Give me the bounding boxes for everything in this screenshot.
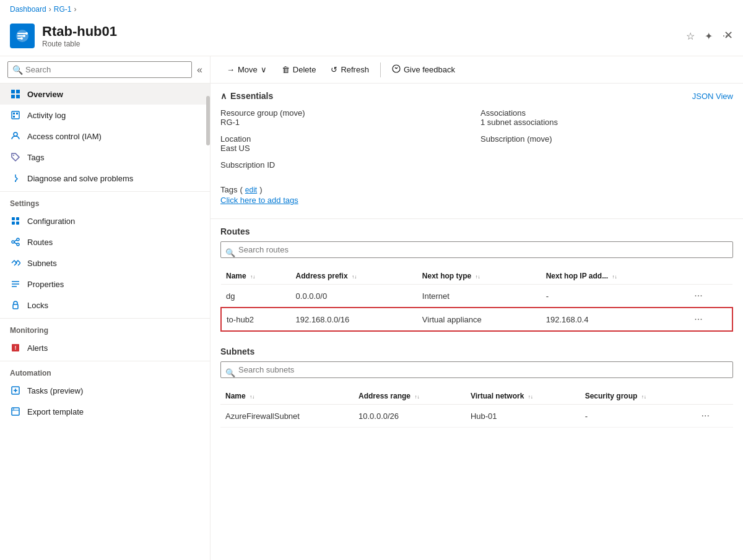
- route-menu-dg[interactable]: ···: [690, 289, 706, 303]
- move-subscription-link[interactable]: move: [529, 134, 549, 144]
- svg-rect-10: [16, 113, 18, 114]
- svg-point-21: [17, 243, 19, 246]
- breadcrumb-dashboard[interactable]: Dashboard: [10, 5, 46, 14]
- sidebar-item-diagnose[interactable]: Diagnose and solve problems: [0, 168, 210, 189]
- refresh-button[interactable]: ↺ Refresh: [324, 62, 375, 77]
- svg-point-2: [23, 35, 25, 37]
- delete-button[interactable]: 🗑 Delete: [276, 62, 323, 77]
- routes-col-hop-ip[interactable]: Next hop IP add... ↑↓: [541, 268, 686, 285]
- route-name-dg: dg: [221, 285, 291, 308]
- routes-search-input[interactable]: [220, 241, 733, 258]
- subnets-section: Subnets 🔍 Name ↑↓ Address range ↑↓: [211, 339, 743, 435]
- svg-rect-18: [16, 222, 19, 225]
- svg-line-38: [396, 67, 398, 69]
- svg-rect-8: [12, 111, 19, 119]
- table-row: AzureFirewallSubnet 10.0.0.0/26 Hub-01 -…: [220, 405, 733, 428]
- sidebar-item-locks[interactable]: Locks: [0, 295, 210, 316]
- route-actions-dg: ···: [685, 285, 732, 308]
- svg-point-19: [12, 241, 14, 243]
- json-view-link[interactable]: JSON View: [692, 92, 733, 101]
- subnets-col-range[interactable]: Address range ↑↓: [354, 388, 466, 405]
- svg-rect-9: [13, 113, 15, 114]
- move-icon: →: [227, 65, 235, 74]
- main-content: → Move ∨ 🗑 Delete ↺ Refresh Give feedbac…: [211, 56, 743, 560]
- subnet-menu[interactable]: ···: [698, 409, 713, 423]
- subnets-search-input[interactable]: [220, 361, 733, 378]
- favorite-btn[interactable]: ✦: [702, 28, 715, 45]
- essentials-panel: ∧ Essentials JSON View Resource group (m…: [211, 84, 743, 219]
- routes-table-header: Name ↑↓ Address prefix ↑↓ Next hop type …: [221, 268, 732, 285]
- search-input[interactable]: [7, 61, 192, 78]
- overview-label: Overview: [27, 90, 63, 99]
- resource-group-link[interactable]: RG-1: [220, 118, 240, 127]
- sort-range-icon: ↑↓: [414, 395, 419, 400]
- move-button[interactable]: → Move ∨: [220, 62, 273, 77]
- route-hop-ip-to-hub2: 192.168.0.4: [541, 308, 686, 331]
- route-menu-to-hub2[interactable]: ···: [690, 312, 706, 326]
- breadcrumb-rg1[interactable]: RG-1: [54, 5, 72, 14]
- sort-hop-ip-icon: ↑↓: [612, 275, 617, 280]
- svg-rect-16: [16, 217, 19, 220]
- subnet-sg: -: [580, 405, 693, 428]
- routes-col-hop-type[interactable]: Next hop type ↑↓: [417, 268, 541, 285]
- close-button[interactable]: ✕: [724, 28, 733, 42]
- sidebar-scrollbar[interactable]: [206, 96, 210, 145]
- svg-text:!: !: [15, 345, 17, 351]
- subnets-search-icon: 🔍: [225, 368, 235, 377]
- sidebar-item-subnets[interactable]: Subnets: [0, 252, 210, 274]
- alerts-label: Alerts: [27, 343, 48, 353]
- sidebar-item-tasks[interactable]: Tasks (preview): [0, 380, 210, 401]
- routes-table-body: dg 0.0.0.0/0 Internet - ··· to-hub2 192.…: [221, 285, 732, 332]
- subnets-col-actions: [693, 388, 733, 405]
- sidebar-item-properties[interactable]: Properties: [0, 274, 210, 295]
- sidebar-item-access-control[interactable]: Access control (IAM): [0, 126, 210, 147]
- move-chevron-icon: ∨: [261, 65, 267, 74]
- activity-log-label: Activity log: [27, 111, 66, 120]
- tags-section: Tags (edit) Click here to add tags: [220, 185, 733, 205]
- add-tags-link[interactable]: Click here to add tags: [220, 196, 733, 205]
- svg-rect-6: [11, 95, 15, 98]
- svg-point-20: [17, 238, 19, 241]
- routes-col-name[interactable]: Name ↑↓: [221, 268, 291, 285]
- toolbar-divider: [380, 62, 381, 77]
- sidebar-item-alerts[interactable]: ! Alerts: [0, 337, 210, 358]
- properties-label: Properties: [27, 280, 64, 289]
- subnets-col-name[interactable]: Name ↑↓: [220, 388, 354, 405]
- favorite-filled-btn[interactable]: ☆: [684, 28, 697, 45]
- svg-rect-27: [13, 304, 18, 309]
- collapse-sidebar-btn[interactable]: «: [197, 64, 202, 75]
- svg-point-13: [13, 155, 14, 156]
- sidebar-item-export[interactable]: Export template: [0, 401, 210, 422]
- svg-point-1: [25, 32, 28, 35]
- sidebar-item-overview[interactable]: Overview: [0, 84, 210, 105]
- alerts-icon: !: [10, 342, 21, 353]
- subnets-col-sg[interactable]: Security group ↑↓: [580, 388, 693, 405]
- move-resource-group-link[interactable]: move: [282, 108, 302, 118]
- monitoring-section-header: Monitoring: [0, 318, 210, 337]
- feedback-button[interactable]: Give feedback: [386, 61, 461, 78]
- route-actions-to-hub2: ···: [685, 308, 732, 331]
- subnets-table: Name ↑↓ Address range ↑↓ Virtual network…: [220, 388, 733, 428]
- essentials-subscription: Subscription (move): [480, 134, 733, 153]
- route-prefix-to-hub2: 192.168.0.0/16: [291, 308, 417, 331]
- subnets-table-header: Name ↑↓ Address range ↑↓ Virtual network…: [220, 388, 733, 405]
- svg-rect-11: [13, 116, 15, 118]
- sidebar-item-configuration[interactable]: Configuration: [0, 210, 210, 231]
- essentials-location: Location East US: [220, 134, 473, 153]
- edit-tags-link[interactable]: edit: [245, 186, 257, 194]
- subnets-col-vnet[interactable]: Virtual network ↑↓: [466, 388, 580, 405]
- overview-icon: [10, 88, 21, 100]
- sort-address-icon: ↑↓: [352, 275, 357, 280]
- routes-col-address[interactable]: Address prefix ↑↓: [291, 268, 417, 285]
- automation-section-header: Automation: [0, 361, 210, 380]
- sort-subnet-name-icon: ↑↓: [250, 395, 254, 400]
- sort-vnet-icon: ↑↓: [528, 395, 533, 400]
- sidebar-item-activity-log[interactable]: Activity log: [0, 105, 210, 126]
- route-hop-type-dg: Internet: [417, 285, 541, 308]
- svg-rect-7: [16, 95, 20, 98]
- sidebar-item-routes[interactable]: Routes: [0, 231, 210, 252]
- table-row-highlighted: to-hub2 192.168.0.0/16 Virtual appliance…: [221, 308, 732, 331]
- essentials-subscription-id: Subscription ID: [220, 160, 473, 179]
- routes-section: Routes 🔍 Name ↑↓ Address prefix ↑↓: [211, 219, 743, 339]
- sidebar-item-tags[interactable]: Tags: [0, 147, 210, 168]
